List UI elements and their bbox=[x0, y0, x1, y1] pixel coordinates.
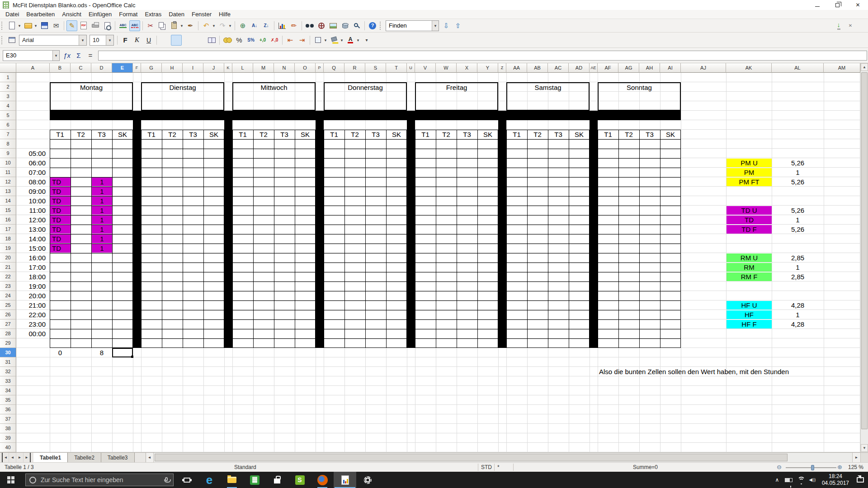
restore-button[interactable] bbox=[827, 0, 848, 10]
column-header-W[interactable]: W bbox=[436, 63, 457, 73]
zoom-in-button[interactable]: ⊕ bbox=[837, 464, 842, 470]
chevron-down-icon[interactable]: ▾ bbox=[52, 51, 59, 61]
percent-button[interactable]: % bbox=[234, 35, 245, 46]
row-header-6[interactable]: 6 bbox=[0, 120, 16, 130]
microphone-icon[interactable] bbox=[165, 477, 168, 481]
selected-cell-E30[interactable] bbox=[112, 348, 133, 357]
column-header-Y[interactable]: Y bbox=[477, 63, 498, 73]
chevron-down-icon[interactable]: ▾ bbox=[106, 35, 113, 45]
underline-button[interactable]: U bbox=[143, 35, 154, 46]
row-header-4[interactable]: 4 bbox=[0, 101, 16, 111]
dropdown-arrow[interactable]: ▾ bbox=[179, 23, 184, 28]
zoom-level-label[interactable]: 125 % bbox=[848, 464, 863, 470]
row-header-35[interactable]: 35 bbox=[0, 395, 16, 405]
shift-header-t3[interactable]: T3 bbox=[274, 130, 295, 139]
row-header-29[interactable]: 29 bbox=[0, 338, 16, 348]
decrease-indent-button[interactable]: ⇤ bbox=[285, 35, 296, 46]
help-button[interactable]: ? bbox=[367, 20, 378, 31]
dropdown-arrow[interactable]: ▾ bbox=[17, 23, 22, 28]
taskbar-firefox-button[interactable] bbox=[311, 472, 334, 488]
time-cell[interactable]: 16:00 bbox=[16, 253, 50, 263]
column-header-AH[interactable]: AH bbox=[639, 63, 660, 73]
row-header-22[interactable]: 22 bbox=[0, 272, 16, 282]
tray-chevron-icon[interactable]: ∧ bbox=[771, 472, 783, 488]
hscroll-left-arrow[interactable]: ◄ bbox=[146, 453, 154, 462]
row-header-17[interactable]: 17 bbox=[0, 225, 16, 234]
legend-value-cell[interactable]: 2,85 bbox=[772, 253, 824, 263]
row-header-13[interactable]: 13 bbox=[0, 187, 16, 196]
sort-ascending-button[interactable]: A↓ bbox=[249, 20, 260, 31]
taskbar-store-button[interactable] bbox=[266, 472, 288, 488]
shift-header-sk[interactable]: SK bbox=[203, 130, 224, 139]
align-left-button[interactable] bbox=[159, 35, 170, 46]
currency-button[interactable] bbox=[222, 35, 233, 46]
row-header-32[interactable]: 32 bbox=[0, 367, 16, 376]
previous-sheet-button[interactable]: ◄ bbox=[9, 453, 16, 462]
row-header-7[interactable]: 7 bbox=[0, 130, 16, 139]
hscroll-right-arrow[interactable]: ► bbox=[852, 453, 860, 462]
shift-header-sk[interactable]: SK bbox=[295, 130, 316, 139]
shift-header-t1[interactable]: T1 bbox=[324, 130, 344, 139]
entry-cell-B18[interactable]: TD bbox=[50, 235, 71, 243]
taskbar-file-explorer-button[interactable] bbox=[221, 472, 243, 488]
formula-input-line[interactable] bbox=[98, 51, 867, 61]
dropdown-arrow[interactable]: ▾ bbox=[323, 38, 328, 42]
legend-value-cell[interactable]: 5,26 bbox=[772, 206, 824, 215]
legend-label-cell[interactable]: RM U bbox=[726, 253, 772, 262]
hyperlink-button[interactable]: ⊕ bbox=[237, 20, 248, 31]
column-header-AB[interactable]: AB bbox=[527, 63, 548, 73]
time-cell[interactable]: 05:00 bbox=[16, 149, 50, 158]
legend-label-cell[interactable]: PM FT bbox=[726, 178, 772, 186]
hscroll-thumb[interactable] bbox=[155, 454, 788, 461]
entry-cell-D18[interactable]: 1 bbox=[92, 235, 112, 243]
time-cell[interactable]: 17:00 bbox=[16, 263, 50, 272]
update-available-icon[interactable]: ↓ bbox=[833, 20, 844, 31]
column-header-AJ[interactable]: AJ bbox=[681, 63, 726, 73]
schedule-grid-dienstag[interactable] bbox=[141, 130, 224, 348]
shift-header-t1[interactable]: T1 bbox=[232, 130, 253, 139]
row-header-12[interactable]: 12 bbox=[0, 177, 16, 187]
first-sheet-button[interactable]: ◄ bbox=[2, 453, 9, 462]
row-header-28[interactable]: 28 bbox=[0, 329, 16, 338]
row-header-21[interactable]: 21 bbox=[0, 263, 16, 272]
sort-descending-button[interactable]: Z↓ bbox=[261, 20, 272, 31]
row-header-23[interactable]: 23 bbox=[0, 282, 16, 291]
annotation-text[interactable]: Also die bunten Zellen sollen den Wert h… bbox=[599, 367, 789, 376]
sheet-tab-tabelle1[interactable]: Tabelle1 bbox=[33, 453, 68, 462]
time-cell[interactable]: 06:00 bbox=[16, 158, 50, 168]
schedule-grid-sonntag[interactable] bbox=[598, 130, 681, 348]
find-next-button[interactable]: ⇩ bbox=[441, 20, 452, 31]
add-decimal-button[interactable]: +,0 bbox=[257, 35, 268, 46]
menu-bearbeiten[interactable]: Bearbeiten bbox=[23, 10, 58, 18]
column-header-AK[interactable]: AK bbox=[726, 63, 772, 73]
column-header-AI[interactable]: AI bbox=[660, 63, 681, 73]
paste-button[interactable] bbox=[169, 20, 179, 31]
row-header-3[interactable]: 3 bbox=[0, 92, 16, 101]
entry-cell-D14[interactable]: 1 bbox=[92, 197, 112, 205]
vscroll-up-arrow[interactable]: ▲ bbox=[861, 63, 868, 71]
legend-label-cell[interactable]: TD bbox=[726, 216, 772, 224]
toolbar-grip[interactable] bbox=[1, 36, 4, 44]
page-preview-button[interactable] bbox=[102, 20, 113, 31]
title-bar[interactable]: McFit Dienstplan Blanko.ods - OpenOffice… bbox=[0, 0, 868, 10]
wifi-icon[interactable] bbox=[795, 472, 807, 488]
entry-cell-B17[interactable]: TD bbox=[50, 225, 71, 234]
entry-cell-D19[interactable]: 1 bbox=[92, 244, 112, 253]
column-header-P[interactable]: P bbox=[316, 63, 324, 73]
column-header-E[interactable]: E bbox=[112, 63, 133, 73]
spellcheck-button[interactable]: ABC bbox=[118, 20, 128, 31]
battery-icon[interactable] bbox=[783, 472, 795, 488]
shift-header-t2[interactable]: T2 bbox=[344, 130, 365, 139]
last-sheet-button[interactable]: ► bbox=[24, 453, 31, 462]
menu-datei[interactable]: Datei bbox=[2, 10, 23, 18]
time-cell[interactable]: 13:00 bbox=[16, 225, 50, 234]
legend-label-cell[interactable]: HF bbox=[726, 310, 772, 319]
shift-header-t3[interactable]: T3 bbox=[91, 130, 112, 139]
menu-hilfe[interactable]: Hilfe bbox=[215, 10, 234, 18]
entry-cell-B15[interactable]: TD bbox=[50, 206, 71, 215]
print-button[interactable] bbox=[90, 20, 101, 31]
entry-cell-D17[interactable]: 1 bbox=[92, 225, 112, 234]
legend-label-cell[interactable]: HF F bbox=[726, 320, 772, 328]
sum-icon[interactable]: Σ bbox=[73, 50, 85, 61]
cell-reference-input[interactable] bbox=[3, 52, 52, 59]
